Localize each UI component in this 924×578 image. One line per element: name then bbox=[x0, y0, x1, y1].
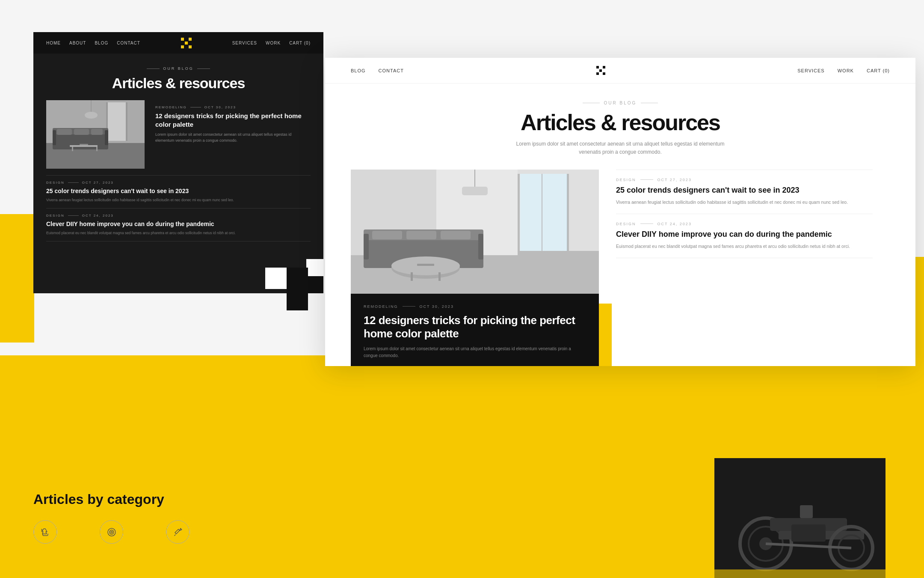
window1-nav-left: HOME ABOUT BLOG CONTACT bbox=[46, 41, 140, 45]
window2-dark-card: REMODELING OCT 30, 2023 12 designers tri… bbox=[351, 294, 599, 366]
recycle-icon bbox=[33, 520, 57, 544]
article-item-2[interactable]: DESIGN OCT 24, 2023 Clever DIIY home imp… bbox=[46, 209, 311, 241]
logo-cell bbox=[181, 45, 184, 48]
window2-nav: BLOG CONTACT SERVICES WORK CART (0) bbox=[325, 58, 915, 83]
window2-blog-label: OUR BLOG bbox=[334, 101, 907, 105]
category-row bbox=[33, 520, 190, 544]
logo-cell bbox=[189, 45, 192, 48]
categories-section: Articles by category bbox=[33, 492, 190, 544]
window1-nav-right: SERVICES WORK CART (0) bbox=[232, 41, 311, 45]
pixel-decor-main bbox=[265, 268, 308, 310]
article1-title: 25 color trends designers can't wait to … bbox=[46, 187, 311, 195]
window1-logo bbox=[140, 38, 232, 48]
svg-rect-56 bbox=[714, 569, 886, 578]
window2-logo bbox=[404, 66, 797, 75]
category-item-hammer[interactable] bbox=[166, 520, 190, 544]
window2-articles-col: DESIGN OCT 27, 2023 25 color trends desi… bbox=[599, 170, 890, 366]
w2-article-2[interactable]: DESIGN OCT 24, 2023 Clever DIIY home imp… bbox=[616, 214, 873, 258]
svg-point-0 bbox=[108, 528, 116, 536]
svg-rect-32 bbox=[462, 187, 488, 195]
window1-featured-category: REMODELING OCT 30, 2023 bbox=[155, 105, 311, 109]
logo-cell bbox=[189, 42, 192, 45]
logo-cell bbox=[185, 38, 188, 41]
nav-services[interactable]: SERVICES bbox=[232, 41, 257, 45]
svg-rect-21 bbox=[80, 144, 88, 145]
window2-nav-right: SERVICES WORK CART (0) bbox=[797, 68, 890, 73]
logo-cell bbox=[181, 38, 184, 41]
categories-title: Articles by category bbox=[33, 492, 190, 507]
svg-rect-20 bbox=[96, 147, 98, 151]
nav-cart[interactable]: CART (0) bbox=[289, 41, 311, 45]
pixel-decoration-1 bbox=[306, 259, 323, 293]
svg-rect-50 bbox=[800, 505, 813, 518]
window1-blog-title: Articles & resources bbox=[42, 75, 315, 92]
svg-point-2 bbox=[111, 531, 113, 533]
window1-articles-list: DESIGN OCT 27, 2023 25 color trends desi… bbox=[33, 169, 323, 241]
hammer-icon bbox=[166, 520, 190, 544]
svg-rect-13 bbox=[53, 130, 56, 145]
article2-desc: Euismod placerat eu nec blandit volutpat… bbox=[46, 230, 311, 236]
window1-blog-header: OUR BLOG Articles & resources bbox=[33, 54, 323, 100]
moto-image bbox=[714, 458, 886, 578]
nav-home[interactable]: HOME bbox=[46, 41, 61, 45]
svg-rect-18 bbox=[70, 145, 98, 147]
svg-rect-55 bbox=[791, 524, 826, 542]
svg-rect-36 bbox=[478, 234, 483, 259]
window1-blog-label: OUR BLOG bbox=[42, 66, 315, 71]
svg-rect-16 bbox=[74, 129, 89, 135]
nav2-contact[interactable]: CONTACT bbox=[379, 68, 404, 73]
window2-featured-image bbox=[351, 170, 599, 294]
svg-rect-39 bbox=[441, 231, 471, 239]
w2-article1-desc: Viverra aenean feugiat lectus sollicitud… bbox=[616, 199, 873, 206]
article2-title: Clever DIIY home improve you can do duri… bbox=[46, 220, 311, 228]
svg-rect-37 bbox=[372, 231, 402, 239]
nav-work[interactable]: WORK bbox=[266, 41, 281, 45]
article1-desc: Viverra aenean feugiat lectus sollicitud… bbox=[46, 197, 311, 203]
w2-article1-meta: DESIGN OCT 27, 2023 bbox=[616, 178, 873, 182]
nav2-work[interactable]: WORK bbox=[838, 68, 854, 73]
window2-nav-left: BLOG CONTACT bbox=[351, 68, 404, 73]
nav2-cart[interactable]: CART (0) bbox=[867, 68, 890, 73]
svg-rect-38 bbox=[406, 231, 436, 239]
svg-rect-27 bbox=[518, 174, 569, 251]
logo-checker-dark bbox=[596, 66, 605, 75]
svg-rect-17 bbox=[91, 129, 103, 135]
w2-article-1[interactable]: DESIGN OCT 27, 2023 25 color trends desi… bbox=[616, 170, 873, 214]
nav2-blog[interactable]: BLOG bbox=[351, 68, 366, 73]
svg-rect-14 bbox=[105, 130, 108, 145]
svg-rect-6 bbox=[106, 102, 127, 141]
svg-rect-15 bbox=[57, 129, 72, 135]
svg-rect-28 bbox=[518, 174, 520, 251]
svg-point-1 bbox=[110, 530, 114, 534]
window1-content: REMODELING OCT 30, 2023 12 designers tri… bbox=[33, 100, 323, 169]
window2-card-desc: Lorem ipsum dolor sit amet consectetur a… bbox=[364, 346, 586, 359]
w2-article2-desc: Euismod placerat eu nec blandit volutpat… bbox=[616, 243, 873, 250]
svg-rect-35 bbox=[364, 234, 369, 259]
w2-article2-title: Clever DIIY home improve you can do duri… bbox=[616, 229, 873, 239]
logo-checker-yellow bbox=[181, 38, 192, 48]
window2-blog-title: Articles & resources bbox=[334, 110, 907, 135]
window2-blog-header: OUR BLOG Articles & resources Lorem ipsu… bbox=[325, 83, 915, 170]
svg-rect-19 bbox=[72, 147, 73, 151]
window1-featured-desc: Lorem ipsum dolor sit amet consectetur a… bbox=[155, 132, 311, 143]
logo-cell bbox=[181, 42, 184, 45]
target-icon bbox=[100, 520, 123, 544]
window1-dark: HOME ABOUT BLOG CONTACT SERVICES WORK CA… bbox=[33, 32, 323, 293]
svg-point-10 bbox=[85, 112, 98, 119]
window1-featured-card: REMODELING OCT 30, 2023 12 designers tri… bbox=[155, 100, 311, 169]
window2-blog-subtitle: Lorem ipsum dolor sit amet consectetur a… bbox=[513, 140, 727, 156]
window2-light: BLOG CONTACT SERVICES WORK CART (0) bbox=[325, 58, 915, 366]
nav-blog[interactable]: BLOG bbox=[95, 41, 108, 45]
nav-about[interactable]: ABOUT bbox=[69, 41, 86, 45]
logo-cell bbox=[185, 45, 188, 48]
nav2-services[interactable]: SERVICES bbox=[797, 68, 824, 73]
article2-meta: DESIGN OCT 24, 2023 bbox=[46, 214, 311, 217]
svg-rect-29 bbox=[567, 174, 569, 251]
category-item-target[interactable] bbox=[100, 520, 123, 544]
nav-contact[interactable]: CONTACT bbox=[117, 41, 140, 45]
svg-rect-8 bbox=[126, 102, 127, 141]
article-item-1[interactable]: DESIGN OCT 27, 2023 25 color trends desi… bbox=[46, 175, 311, 209]
category-item-recycle[interactable] bbox=[33, 520, 57, 544]
svg-rect-43 bbox=[438, 272, 441, 281]
window2-card-title: 12 designers tricks for picking the perf… bbox=[364, 314, 586, 340]
